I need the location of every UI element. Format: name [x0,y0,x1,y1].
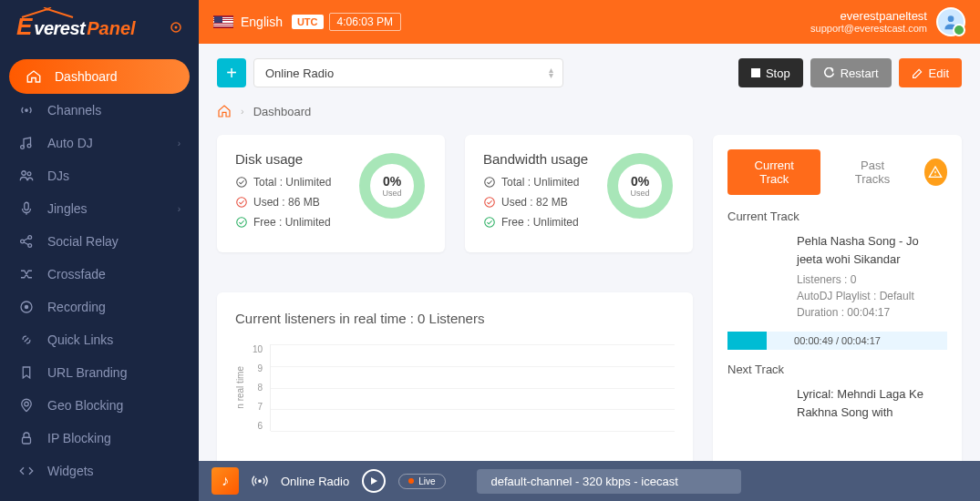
user-email: support@everestcast.com [810,23,927,35]
link-icon [18,332,35,348]
edit-icon [912,67,923,79]
main: English UTC 4:06:03 PM everestpaneltest … [199,0,980,501]
breadcrumb-home-icon[interactable] [217,104,232,118]
logo-roof-icon [20,7,75,18]
avatar[interactable] [936,7,965,36]
breadcrumb: › Dashboard [217,104,962,118]
bookmark-icon [18,364,35,381]
check-icon [483,216,496,229]
sidebar-item-jingles[interactable]: Jingles› [0,192,199,225]
breadcrumb-separator: › [241,106,244,117]
sidebar: E verest Panel DashboardChannelsAuto DJ›… [0,0,199,501]
logo-word2: Panel [87,18,135,39]
next-track: Lyrical: Mehndi Laga Ke Rakhna Song with [727,385,947,444]
target-icon[interactable] [170,21,182,34]
svg-rect-15 [23,437,31,444]
stop-icon [751,68,760,77]
toolbar: + Online Radio ▴▾ Stop Restart Edit [217,58,962,87]
svg-point-5 [27,144,31,148]
edit-label: Edit [929,66,949,80]
svg-rect-8 [25,202,29,210]
check-icon [483,176,496,189]
play-button[interactable] [362,469,386,493]
sidebar-item-crossfade[interactable]: Crossfade [0,258,199,291]
record-icon [18,299,35,315]
live-indicator: Live [398,474,445,489]
disk-pct: 0% [382,174,401,189]
sidebar-item-auto-dj[interactable]: Auto DJ› [0,127,199,159]
progress-text: 00:00:49 / 00:04:17 [794,335,881,346]
svg-point-7 [27,172,31,176]
disk-usage-title: Disk usage [235,151,331,167]
sidebar-item-djs[interactable]: DJs [0,159,199,192]
restart-label: Restart [841,66,879,80]
bandwidth-donut: 0%Used [605,151,675,220]
geo-icon [18,397,35,414]
crossfade-icon [18,266,35,282]
disk-pct-label: Used [382,189,401,198]
player-station-name: Online Radio [281,475,349,488]
tab-current-track[interactable]: Current Track [727,149,820,195]
sidebar-item-quick-links[interactable]: Quick Links [0,323,199,356]
home-icon [26,68,42,85]
code-icon [18,463,35,479]
user-menu[interactable]: everestpaneltest support@everestcast.com [810,7,965,36]
nav-label: Widgets [47,464,94,478]
edit-button[interactable]: Edit [899,58,962,87]
svg-point-27 [935,175,936,176]
user-text: everestpaneltest support@everestcast.com [810,9,927,36]
chart-grid [270,344,675,431]
avatar-icon [942,13,960,31]
sidebar-item-social-relay[interactable]: Social Relay [0,225,199,258]
stop-label: Stop [766,66,790,80]
svg-point-16 [948,15,954,22]
broadcast-icon [252,473,268,489]
disk-total: Total : Unlimited [253,176,331,189]
svg-point-3 [25,108,28,112]
check-icon [235,196,248,209]
svg-point-18 [237,178,247,188]
sidebar-item-widgets[interactable]: Widgets [0,455,199,487]
sidebar-item-ip-blocking[interactable]: IP Blocking [0,422,199,455]
chevron-right-icon: › [178,204,181,214]
add-station-button[interactable]: + [217,58,246,87]
track-progress[interactable]: 00:00:49 / 00:04:17 [727,332,947,350]
sidebar-item-dashboard[interactable]: Dashboard [9,59,190,94]
logo-area: E verest Panel [0,0,199,59]
stop-button[interactable]: Stop [738,58,803,87]
restart-icon [823,67,835,79]
tab-past-tracks[interactable]: Past Tracks [830,149,914,195]
svg-point-28 [258,479,262,483]
current-track: Pehla Nasha Song - Jo jeeta wohi Sikanda… [727,232,947,321]
sidebar-item-channels[interactable]: Channels [0,94,199,127]
warning-icon[interactable] [924,158,947,186]
disk-used: Used : 86 MB [253,196,320,209]
current-track-playlist: AutoDJ Playlist : Default [797,288,947,304]
nav-label: Dashboard [55,69,118,84]
nav-label: URL Branding [47,365,127,380]
breadcrumb-page: Dashboard [253,105,312,118]
chart-y-ticks: 109876 [253,344,263,431]
language-selector[interactable]: English [241,15,283,29]
sidebar-item-geo-blocking[interactable]: Geo Blocking [0,389,199,422]
listeners-chart-title: Current listeners in real time : 0 Liste… [235,311,675,326]
nav-label: Crossfade [47,267,106,281]
flag-icon[interactable] [213,15,233,28]
disk-usage-card: Disk usage Total : Unlimited Used : 86 M… [217,135,445,252]
check-icon [235,176,248,189]
restart-button[interactable]: Restart [810,58,892,87]
channel-selector[interactable]: default-channel - 320 kbps - icecast [477,469,741,494]
share-icon [18,233,35,250]
station-select[interactable]: Online Radio ▴▾ [253,58,563,87]
disk-donut: 0%Used [357,151,427,220]
current-track-duration: Duration : 00:04:17 [797,304,947,321]
sidebar-item-url-branding[interactable]: URL Branding [0,356,199,389]
mic-icon [18,200,35,217]
live-dot-icon [408,478,414,484]
sidebar-item-recording[interactable]: Recording [0,291,199,323]
content: + Online Radio ▴▾ Stop Restart Edit [199,44,980,501]
svg-point-2 [175,26,178,28]
next-track-title: Lyrical: Mehndi Laga Ke Rakhna Song with [797,385,947,421]
people-icon [18,168,35,184]
nav-label: Social Relay [47,234,119,249]
